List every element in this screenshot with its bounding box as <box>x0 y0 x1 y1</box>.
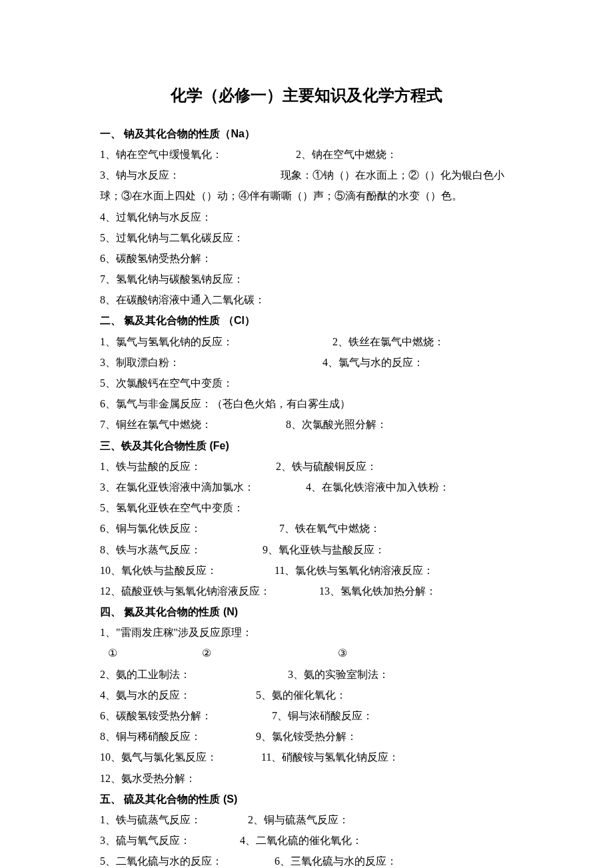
item-3-10: 10、氧化铁与盐酸反应： <box>100 560 272 581</box>
item-3-6: 6、铜与氯化铁反应： <box>100 518 277 539</box>
item-1-6: 6、碳酸氢钠受热分解： <box>100 248 513 269</box>
item-1-2: 2、钠在空气中燃烧： <box>296 149 397 160</box>
section-3: 三、铁及其化合物性质 (Fe) 1、铁与盐酸的反应： 2、铁与硫酸铜反应： 3、… <box>100 435 513 602</box>
section-4-heading: 四、 氮及其化合物的性质 (N) <box>100 601 513 622</box>
item-4-11: 11、硝酸铵与氢氧化钠反应： <box>261 751 399 763</box>
item-3-2: 2、铁与硫酸铜反应： <box>276 461 377 472</box>
item-1-8: 8、在碳酸钠溶液中通入二氧化碳： <box>100 289 513 310</box>
item-2-1: 1、氯气与氢氧化钠的反应： <box>100 331 330 352</box>
item-4-6: 6、碳酸氢铵受热分解： <box>100 705 269 726</box>
item-3-8: 8、铁与水蒸气反应： <box>100 539 260 560</box>
item-4-sub2: ② <box>202 643 335 663</box>
item-2-6: 6、氯气与非金属反应：（苍白色火焰，有白雾生成） <box>100 393 513 414</box>
item-5-5: 5、二氧化硫与水的反应： <box>100 851 272 868</box>
item-3-12: 12、硫酸亚铁与氢氧化钠溶液反应： <box>100 581 316 601</box>
item-5-6: 6、三氧化硫与水的反应： <box>275 855 397 867</box>
item-1-3: 3、钠与水反应： <box>100 165 278 185</box>
section-2: 二、 氯及其化合物的性质 （Cl） 1、氯气与氢氧化钠的反应： 2、铁丝在氯气中… <box>100 310 513 435</box>
item-4-4: 4、氨与水的反应： <box>100 685 253 705</box>
section-2-heading: 二、 氯及其化合物的性质 （Cl） <box>100 310 513 331</box>
item-5-3: 3、硫与氧气反应： <box>100 830 237 851</box>
item-1-5: 5、过氧化钠与二氧化碳反应： <box>100 227 513 248</box>
item-3-7: 7、铁在氧气中燃烧： <box>279 523 380 534</box>
item-5-1: 1、铁与硫蒸气反应： <box>100 809 245 830</box>
item-4-sub3: ③ <box>338 647 347 659</box>
item-4-9: 9、氯化铵受热分解： <box>256 731 357 742</box>
item-2-7: 7、铜丝在氯气中燃烧： <box>100 414 283 435</box>
section-4: 四、 氮及其化合物的性质 (N) 1、"雷雨发庄稼"涉及反应原理： ① ② ③ … <box>100 601 513 789</box>
item-3-3: 3、在氯化亚铁溶液中滴加氯水： <box>100 477 303 497</box>
item-1-3-cont: 球；③在水面上四处（）动；④伴有嘶嘶（）声；⑤滴有酚酞的水变（）色。 <box>100 185 513 206</box>
item-5-2: 2、铜与硫蒸气反应： <box>248 814 349 825</box>
item-4-5: 5、氨的催化氧化： <box>256 689 346 701</box>
item-2-3: 3、制取漂白粉： <box>100 352 320 373</box>
item-1-3-phenomena: 现象：①钠（）在水面上；②（）化为银白色小 <box>281 169 504 181</box>
item-1-7: 7、氢氧化钠与碳酸氢钠反应： <box>100 269 513 289</box>
section-5-heading: 五、 硫及其化合物的性质 (S) <box>100 789 513 809</box>
section-1-heading: 一、 钠及其化合物的性质（Na） <box>100 123 513 144</box>
item-2-2: 2、铁丝在氯气中燃烧： <box>332 336 444 347</box>
section-5: 五、 硫及其化合物的性质 (S) 1、铁与硫蒸气反应： 2、铜与硫蒸气反应： 3… <box>100 789 513 868</box>
item-3-1: 1、铁与盐酸的反应： <box>100 456 273 477</box>
section-3-heading: 三、铁及其化合物性质 (Fe) <box>100 435 513 456</box>
item-3-9: 9、氧化亚铁与盐酸反应： <box>263 544 385 555</box>
item-4-8: 8、铜与稀硝酸反应： <box>100 726 253 747</box>
item-5-4: 4、二氧化硫的催化氧化： <box>240 835 362 846</box>
item-3-5: 5、氢氧化亚铁在空气中变质： <box>100 497 513 518</box>
page-title: 化学（必修一）主要知识及化学方程式 <box>100 80 513 111</box>
item-3-13: 13、氢氧化铁加热分解： <box>319 585 436 597</box>
item-3-4: 4、在氯化铁溶液中加入铁粉： <box>306 481 450 493</box>
item-4-3: 3、氨的实验室制法： <box>288 669 389 680</box>
item-2-5: 5、次氯酸钙在空气中变质： <box>100 373 513 393</box>
item-4-1: 1、"雷雨发庄稼"涉及反应原理： <box>100 622 513 643</box>
section-1: 一、 钠及其化合物的性质（Na） 1、钠在空气中缓慢氧化： 2、钠在空气中燃烧：… <box>100 123 513 311</box>
item-2-4: 4、氯气与水的反应： <box>322 357 424 368</box>
item-1-1: 1、钠在空气中缓慢氧化： <box>100 144 293 165</box>
item-4-7: 7、铜与浓硝酸反应： <box>272 710 373 721</box>
item-4-2: 2、氨的工业制法： <box>100 664 285 685</box>
item-3-11: 11、氯化铁与氢氧化钠溶液反应： <box>275 565 434 576</box>
item-4-12: 12、氨水受热分解： <box>100 768 513 789</box>
item-1-4: 4、过氧化钠与水反应： <box>100 207 513 227</box>
item-4-10: 10、氨气与氯化氢反应： <box>100 747 259 767</box>
item-4-sub1: ① <box>108 643 199 663</box>
item-2-8: 8、次氯酸光照分解： <box>286 419 387 430</box>
